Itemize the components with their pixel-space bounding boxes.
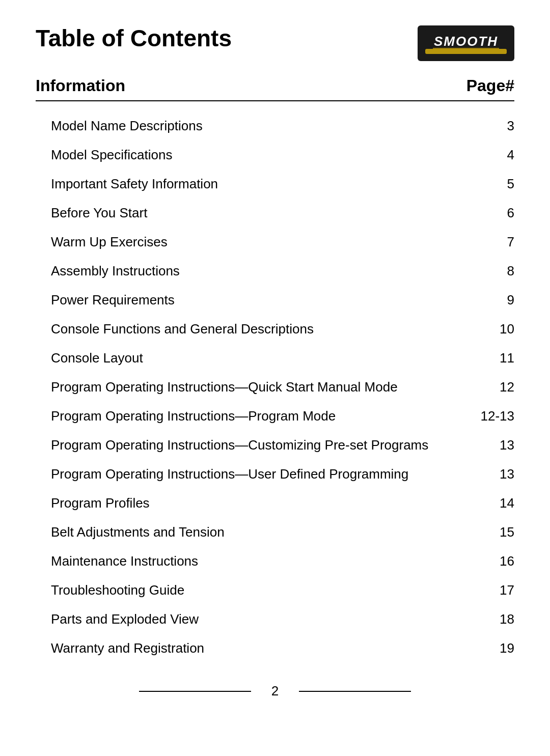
toc-entry-page: 13: [475, 431, 514, 460]
toc-entry-title: Console Layout: [36, 344, 475, 373]
toc-entry-title: Model Specifications: [36, 141, 475, 170]
toc-entry-title: Maintenance Instructions: [36, 547, 475, 576]
toc-entry-page: 15: [475, 518, 514, 547]
toc-entry-page: 16: [475, 547, 514, 576]
footer: 2: [36, 683, 514, 699]
toc-row: Program Profiles14: [36, 489, 514, 518]
toc-row: Before You Start6: [36, 199, 514, 228]
toc-row: Parts and Exploded View18: [36, 605, 514, 634]
toc-entry-page: 19: [475, 634, 514, 663]
toc-row: Troubleshooting Guide17: [36, 576, 514, 605]
toc-entry-page: 9: [475, 286, 514, 315]
toc-row: Warm Up Exercises7: [36, 228, 514, 257]
footer-page-number: 2: [251, 683, 299, 699]
toc-entry-page: 14: [475, 489, 514, 518]
logo: SMOOTH: [418, 25, 514, 61]
toc-entry-title: Belt Adjustments and Tension: [36, 518, 475, 547]
toc-row: Belt Adjustments and Tension15: [36, 518, 514, 547]
logo-text: SMOOTH: [425, 29, 507, 58]
toc-row: Power Requirements9: [36, 286, 514, 315]
toc-row: Program Operating Instructions—Program M…: [36, 402, 514, 431]
toc-row: Program Operating Instructions—Quick Sta…: [36, 373, 514, 402]
page-header: Table of Contents SMOOTH: [36, 25, 514, 61]
toc-table: Model Name Descriptions3Model Specificat…: [36, 111, 514, 663]
toc-row: Assembly Instructions8: [36, 257, 514, 286]
toc-entry-title: Power Requirements: [36, 286, 475, 315]
svg-rect-1: [425, 49, 507, 54]
page-title: Table of Contents: [36, 25, 232, 51]
info-label: Information: [36, 76, 125, 95]
footer-line-left: [139, 691, 251, 692]
page-hash-label: Page#: [466, 76, 514, 95]
toc-row: Program Operating Instructions—Customizi…: [36, 431, 514, 460]
toc-entry-page: 13: [475, 460, 514, 489]
toc-entry-title: Program Profiles: [36, 489, 475, 518]
toc-entry-page: 12-13: [475, 402, 514, 431]
section-header: Information Page#: [36, 76, 514, 101]
toc-entry-title: Program Operating Instructions—Quick Sta…: [36, 373, 475, 402]
toc-entry-title: Before You Start: [36, 199, 475, 228]
toc-row: Important Safety Information5: [36, 170, 514, 199]
toc-row: Maintenance Instructions16: [36, 547, 514, 576]
toc-entry-page: 8: [475, 257, 514, 286]
toc-row: Model Specifications4: [36, 141, 514, 170]
toc-entry-page: 10: [475, 315, 514, 344]
toc-entry-title: Warm Up Exercises: [36, 228, 475, 257]
toc-entry-title: Model Name Descriptions: [36, 111, 475, 141]
toc-row: Model Name Descriptions3: [36, 111, 514, 141]
toc-entry-title: Program Operating Instructions—User Defi…: [36, 460, 475, 489]
toc-row: Warranty and Registration19: [36, 634, 514, 663]
toc-entry-title: Console Functions and General Descriptio…: [36, 315, 475, 344]
toc-entry-title: Assembly Instructions: [36, 257, 475, 286]
toc-entry-title: Important Safety Information: [36, 170, 475, 199]
toc-row: Console Layout11: [36, 344, 514, 373]
toc-entry-page: 6: [475, 199, 514, 228]
toc-entry-page: 17: [475, 576, 514, 605]
toc-entry-title: Program Operating Instructions—Customizi…: [36, 431, 475, 460]
toc-entry-page: 18: [475, 605, 514, 634]
toc-entry-title: Troubleshooting Guide: [36, 576, 475, 605]
toc-row: Program Operating Instructions—User Defi…: [36, 460, 514, 489]
toc-entry-title: Warranty and Registration: [36, 634, 475, 663]
footer-line-right: [299, 691, 411, 692]
toc-entry-title: Program Operating Instructions—Program M…: [36, 402, 475, 431]
toc-row: Console Functions and General Descriptio…: [36, 315, 514, 344]
toc-entry-page: 5: [475, 170, 514, 199]
toc-entry-page: 4: [475, 141, 514, 170]
toc-entry-page: 12: [475, 373, 514, 402]
svg-text:SMOOTH: SMOOTH: [434, 34, 498, 49]
toc-entry-title: Parts and Exploded View: [36, 605, 475, 634]
toc-entry-page: 3: [475, 111, 514, 141]
toc-entry-page: 7: [475, 228, 514, 257]
toc-entry-page: 11: [475, 344, 514, 373]
